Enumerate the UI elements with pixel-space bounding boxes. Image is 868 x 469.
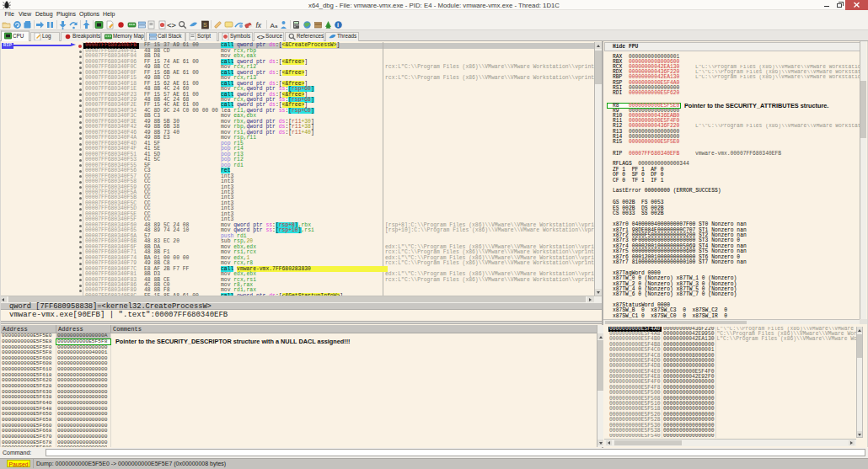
svg-text:<>: <> xyxy=(257,33,265,40)
svg-text:i: i xyxy=(337,21,339,29)
svg-text:fx: fx xyxy=(255,21,261,29)
svg-text:<>: <> xyxy=(167,21,176,29)
svg-text:a: a xyxy=(275,24,278,29)
svg-text:S: S xyxy=(203,22,207,28)
